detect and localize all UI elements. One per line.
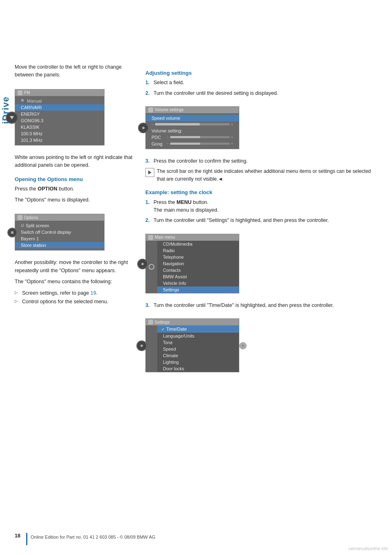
options-para1: Press the OPTION button. [15, 185, 133, 193]
settings-title-bar: Settings [146, 319, 239, 325]
example-step-1: 1. Press the MENU button. The main menu … [145, 199, 380, 215]
mm-telephone: Telephone [157, 254, 239, 260]
controller-dot-2 [142, 127, 145, 129]
controller-dot-3 [141, 263, 144, 265]
ex-step-num-1: 1. [145, 199, 151, 215]
bullet-item-screen: Screen settings, refer to page 19. [15, 289, 133, 297]
step-text-3: Press the controller to confirm the sett… [154, 157, 380, 165]
ex-step-num-2: 2. [145, 217, 151, 224]
options-icon [18, 215, 22, 220]
vol-gong-row: Gong − + [146, 141, 239, 147]
fm-row-manual: 🔍 Manual [15, 98, 104, 104]
volume-screenshot-wrapper: Volume settings Speed volume − + Volume … [145, 103, 239, 153]
settings-screenshot: Settings ✓ Time/Date Language/Units Tone… [145, 318, 239, 372]
example-step-2: 2. Turn the controller until "Settings" … [145, 217, 380, 224]
intro-paragraph: Move the controller to the left or right… [15, 63, 133, 79]
set-tone: Tone [157, 339, 239, 346]
step-num-2: 2. [145, 90, 151, 97]
fm-screen-body: 🔍 Manual CARIVARI ENERGY GONG96.3 KLASSI… [15, 96, 104, 145]
options-heading: Opening the Options menu [15, 175, 133, 184]
vol-bar: − + [146, 121, 239, 128]
options-screen-body: ☑ Split screen Switch off Control displa… [15, 221, 104, 250]
ex-step-text-1: Press the MENU button. The main menu is … [154, 199, 380, 215]
mm-bmw: BMW Assist [157, 273, 239, 280]
main-menu-rows: CD/Multimedia Radio Telephone Navigation… [157, 241, 239, 293]
settings-rows: ✓ Time/Date Language/Units Tone Speed Cl… [157, 325, 239, 372]
footer-text: Online Edition for Part no. 01 41 2 603 … [31, 533, 155, 539]
main-menu-title-bar: Main menu [146, 234, 239, 241]
step-text-2: Turn the controller until the desired se… [154, 90, 380, 97]
fm-row-carivari: CARIVARI [15, 104, 104, 111]
ex-step-text-3: Turn the controller until "Time/Date" is… [154, 302, 380, 309]
adjust-step-1: 1. Select a field. [145, 79, 380, 87]
settings-body: ✓ Time/Date Language/Units Tone Speed Cl… [146, 325, 239, 372]
page-link-19[interactable]: 19 [90, 290, 96, 296]
settings-icon [148, 320, 153, 324]
main-menu-screenshot: Main menu CD/Multimedia Radio Telephone … [145, 234, 239, 293]
mm-cd: CD/Multimedia [157, 241, 239, 247]
step-num-1: 1. [145, 79, 151, 87]
options-screenshot: Options ☑ Split screen Switch off Contro… [15, 214, 105, 251]
controller-dot-4 [140, 345, 143, 347]
arrow-down-icon [10, 116, 14, 119]
main-menu-sidebar [146, 241, 157, 293]
opt-row-bayern: Bayern 1 [15, 235, 104, 242]
options-para2: The "Options" menu is displayed. [15, 196, 133, 204]
main-menu-body: CD/Multimedia Radio Telephone Navigation… [146, 241, 239, 293]
settings-screenshot-wrapper: Settings ✓ Time/Date Language/Units Tone… [145, 315, 239, 376]
fm-screenshot: FM 🔍 Manual CARIVARI ENERGY GONG96.3 KLA… [15, 89, 105, 145]
fm-row-101: 101.3 MHz [15, 137, 104, 143]
mm-radio: Radio [157, 247, 239, 254]
mm-vehicle: Vehicle Info [157, 280, 239, 286]
controller-dial-2 [7, 228, 17, 237]
fm-title: FM [24, 90, 30, 95]
volume-icon [148, 107, 153, 112]
volume-title-bar: Volume settings [146, 107, 239, 113]
adjust-step-3: 3. Press the controller to confirm the s… [145, 157, 380, 165]
scroll-triangle-box [145, 168, 154, 177]
set-speed: Speed [157, 346, 239, 352]
set-language: Language/Units [157, 333, 239, 339]
watermark: carmanualsonline.info [348, 546, 388, 551]
right-column: Adjusting settings 1. Select a field. 2.… [145, 63, 380, 380]
step-text-1: Select a field. [154, 79, 380, 87]
contains-para: The "Options" menu contains the followin… [15, 278, 133, 286]
main-menu-title: Main menu [155, 235, 175, 239]
opt-row-switch: Switch off Control display [15, 229, 104, 235]
scroll-triangle-icon [148, 170, 151, 175]
volume-screenshot: Volume settings Speed volume − + Volume … [145, 106, 239, 149]
mm-settings: Settings [157, 286, 239, 293]
bullet-list: Screen settings, refer to page 19. Contr… [15, 289, 133, 306]
gear-icon [149, 264, 154, 270]
mm-contacts: Contacts [157, 267, 239, 273]
left-column: Move the controller to the left or right… [15, 63, 133, 380]
footer: 18 Online Edition for Part no. 01 41 2 6… [15, 533, 380, 545]
step-num-3: 3. [145, 157, 151, 165]
controller-dial-5 [136, 340, 147, 351]
bullet-item-control: Control options for the selected menu. [15, 298, 133, 306]
another-possibility-para: Another possibility: move the controller… [15, 259, 133, 275]
ex-step-num-3: 3. [145, 302, 151, 309]
volume-screen-body: Speed volume − + Volume setting: PDC − [146, 113, 239, 149]
set-doorlocks: Door locks [157, 365, 239, 372]
controller-dial [6, 112, 18, 124]
footer-line [26, 533, 27, 545]
volume-title: Volume settings [155, 107, 184, 112]
example-step-3: 3. Turn the controller until "Time/Date"… [145, 302, 380, 309]
ex-step-text-2: Turn the controller until "Settings" is … [154, 217, 380, 224]
options-screenshot-wrapper: Options ☑ Split screen Switch off Contro… [15, 210, 105, 255]
adjusting-heading: Adjusting settings [145, 69, 380, 77]
fm-row-klassik: KLASSIK [15, 124, 104, 130]
opt-row-store: Store station [15, 242, 104, 248]
options-title-bar: Options [15, 214, 104, 221]
set-climate: Climate [157, 352, 239, 359]
fm-icon [18, 90, 22, 95]
mm-navigation: Navigation [157, 260, 239, 267]
fm-row-gong: GONG96.3 [15, 117, 104, 124]
fm-title-bar: FM [15, 90, 104, 96]
fm-screenshot-wrapper: FM 🔍 Manual CARIVARI ENERGY GONG96.3 KLA… [15, 86, 105, 150]
options-title: Options [24, 215, 38, 220]
main-content: Move the controller to the left or right… [15, 0, 380, 405]
main-menu-icon [148, 235, 153, 240]
adjust-step-2: 2. Turn the controller until the desired… [145, 90, 380, 97]
